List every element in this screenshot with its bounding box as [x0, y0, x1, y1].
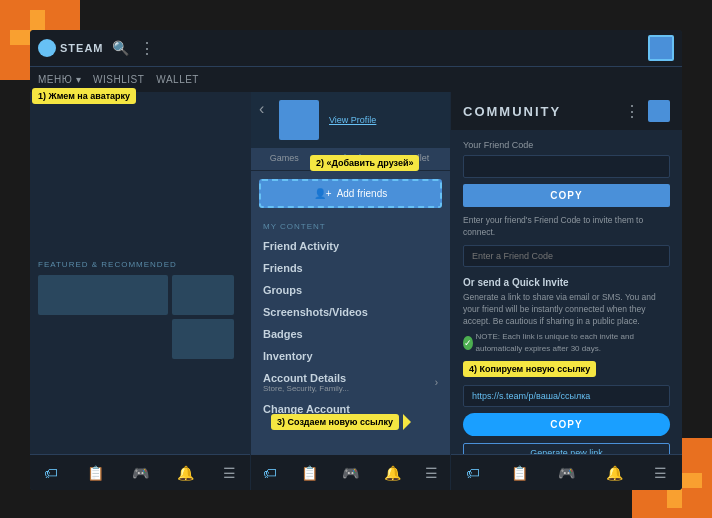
featured-label: FEATURED & RECOMMENDED	[38, 260, 242, 269]
view-profile-button[interactable]: View Profile	[329, 115, 376, 125]
bottom-nav-bell[interactable]: 🔔	[177, 465, 194, 481]
bottom-nav-m-game[interactable]: 🎮	[342, 465, 359, 481]
tooltip-copy-link: 4) Копируем новую ссылку	[463, 358, 670, 381]
nav-wishlist[interactable]: WISHLIST	[93, 74, 144, 85]
tooltip-avatar: 1) Жмем на аватарку	[32, 88, 136, 104]
bottom-nav-m-tag[interactable]: 🏷	[263, 465, 277, 481]
menu-inventory[interactable]: Inventory	[251, 345, 450, 367]
friend-dropdown-panel: ‹ View Profile Games Friends Wallet 👤+ A…	[250, 92, 450, 490]
tooltip-create-link: 3) Создаем новую ссылку	[271, 414, 399, 430]
menu-screenshots[interactable]: Screenshots/Videos	[251, 301, 450, 323]
community-title: COMMUNITY	[463, 104, 616, 119]
community-header: COMMUNITY ⋮	[451, 92, 682, 130]
menu-friends[interactable]: Friends	[251, 257, 450, 279]
steam-title: STEAM	[60, 42, 104, 54]
bottom-nav-game[interactable]: 🎮	[132, 465, 149, 481]
check-icon: ✓	[463, 336, 473, 350]
left-panel-inner: FEATURED & RECOMMENDED	[30, 92, 250, 454]
bottom-nav-right: 🏷 📋 🎮 🔔 ☰	[451, 454, 682, 490]
content-area: FEATURED & RECOMMENDED 🏷 📋 🎮 🔔 ☰	[30, 92, 682, 490]
tab-games[interactable]: Games	[251, 148, 317, 170]
note-text: NOTE: Each link is unique to each invite…	[476, 331, 670, 353]
copy-friend-code-button[interactable]: COPY	[463, 184, 670, 207]
menu-groups[interactable]: Groups	[251, 279, 450, 301]
invite-desc-text: Generate a link to share via email or SM…	[463, 292, 670, 328]
profile-avatar	[279, 100, 319, 140]
bottom-nav-m-bell[interactable]: 🔔	[384, 465, 401, 481]
my-content-label: MY CONTENT	[251, 216, 450, 235]
top-bar: STEAM 🔍 ⋮	[30, 30, 682, 66]
friend-code-label: Your Friend Code	[463, 140, 670, 150]
featured-image-large	[38, 275, 168, 315]
bottom-nav-menu[interactable]: ☰	[223, 465, 236, 481]
account-chevron-icon: ›	[435, 377, 438, 388]
link-url: https://s.team/p/ваша/ссылка	[463, 385, 670, 407]
right-content: Your Friend Code COPY Enter your friend'…	[451, 130, 682, 454]
bottom-nav-r-bell[interactable]: 🔔	[606, 465, 623, 481]
bottom-nav-r-list[interactable]: 📋	[511, 465, 528, 481]
bottom-nav-m-list[interactable]: 📋	[301, 465, 318, 481]
back-button[interactable]: ‹	[259, 100, 264, 118]
search-button[interactable]: 🔍	[112, 39, 130, 57]
bottom-nav-tag[interactable]: 🏷	[44, 465, 58, 481]
community-more-icon[interactable]: ⋮	[624, 102, 640, 121]
menu-badges[interactable]: Badges	[251, 323, 450, 345]
steam-icon	[38, 39, 56, 57]
profile-header: ‹ View Profile	[251, 92, 450, 148]
add-friends-icon: 👤+	[314, 188, 332, 199]
left-panel: FEATURED & RECOMMENDED 🏷 📋 🎮 🔔 ☰	[30, 92, 250, 490]
account-details-label: Account Details	[263, 372, 349, 384]
bottom-nav-r-menu[interactable]: ☰	[654, 465, 667, 481]
steam-logo: STEAM	[38, 39, 104, 57]
nav-menu[interactable]: МЕНЮ ▾	[38, 74, 81, 85]
more-options-button[interactable]: ⋮	[138, 39, 156, 57]
bottom-nav-m-menu[interactable]: ☰	[425, 465, 438, 481]
tooltip-add-friends: 2) «Добавить друзей»	[310, 155, 419, 171]
enter-code-input[interactable]	[463, 245, 670, 267]
add-friends-button[interactable]: 👤+ Add friends	[259, 179, 442, 208]
user-avatar[interactable]	[648, 35, 674, 61]
menu-friend-activity[interactable]: Friend Activity	[251, 235, 450, 257]
invite-description: Enter your friend's Friend Code to invit…	[463, 215, 670, 239]
quick-invite-label: Or send a Quick Invite	[463, 277, 670, 288]
bottom-nav-r-tag[interactable]: 🏷	[466, 465, 480, 481]
community-avatar[interactable]	[648, 100, 670, 122]
featured-images	[38, 275, 242, 359]
featured-image-1	[172, 275, 234, 315]
featured-image-2	[172, 319, 234, 359]
friend-code-input[interactable]	[463, 155, 670, 178]
copy-link-button[interactable]: COPY	[463, 413, 670, 436]
bottom-nav-left: 🏷 📋 🎮 🔔 ☰	[30, 454, 250, 490]
menu-account-details[interactable]: Account Details Store, Security, Family.…	[251, 367, 450, 398]
generate-link-button[interactable]: Generate new link	[463, 443, 670, 454]
community-panel: COMMUNITY ⋮ Your Friend Code COPY Enter …	[450, 92, 682, 490]
account-details-sub: Store, Security, Family...	[263, 384, 349, 393]
add-friends-label: Add friends	[337, 188, 388, 199]
bottom-nav-middle: 🏷 📋 🎮 🔔 ☰	[251, 454, 450, 490]
bottom-nav-list[interactable]: 📋	[87, 465, 104, 481]
bottom-nav-r-game[interactable]: 🎮	[558, 465, 575, 481]
nav-wallet[interactable]: WALLET	[156, 74, 199, 85]
